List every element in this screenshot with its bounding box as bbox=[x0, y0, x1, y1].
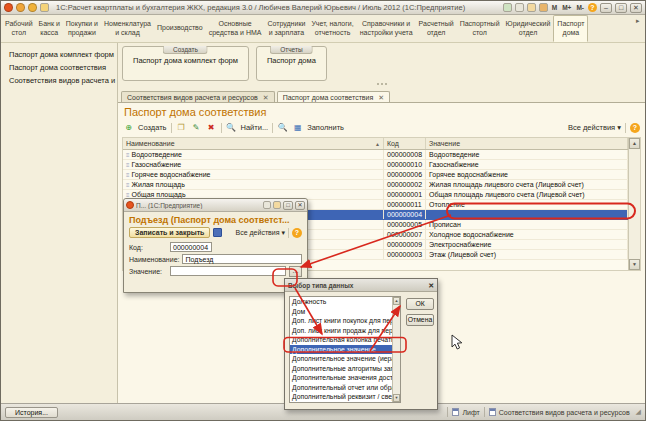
clear-search-icon[interactable]: 🔍 bbox=[277, 122, 288, 133]
section-tab[interactable]: Расчетный отдел bbox=[416, 15, 457, 42]
memory-mplus-button[interactable]: M+ bbox=[561, 4, 572, 11]
table-row[interactable]: ≡Водоотведение 000000008 Водоотведение bbox=[123, 150, 628, 160]
section-tab[interactable]: Производство bbox=[154, 15, 206, 42]
scroll-up-icon[interactable]: ▲ bbox=[393, 297, 400, 305]
section-tab[interactable]: Паспортный стол bbox=[457, 15, 503, 42]
memory-mminus-button[interactable]: M- bbox=[575, 4, 585, 11]
section-tab[interactable]: Покупки и продажи bbox=[63, 15, 101, 42]
refresh-icon[interactable] bbox=[503, 3, 512, 12]
sort-asc-icon: ▲ bbox=[375, 141, 380, 147]
type-list-scrollbar[interactable]: ▲ ▼ bbox=[392, 297, 400, 402]
tab-close-icon[interactable]: ✕ bbox=[263, 94, 269, 101]
table-row[interactable]: ≡Горячее водоснабжение 000000006 Горячее… bbox=[123, 170, 628, 180]
action-group-create: Создать Паспорт дома комплект форм bbox=[122, 46, 249, 81]
column-value[interactable]: Значение bbox=[426, 138, 628, 149]
section-tab[interactable]: Основные средства и НМА bbox=[206, 15, 265, 42]
maximize-button[interactable]: □ bbox=[615, 3, 627, 13]
tab-close-icon[interactable]: ✕ bbox=[378, 94, 384, 101]
report-passport-link[interactable]: Паспорт дома bbox=[267, 56, 316, 65]
section-tab[interactable]: Учет, налоги, отчетность bbox=[308, 15, 356, 42]
delete-icon[interactable]: ✖ bbox=[206, 122, 217, 133]
minimize-button[interactable]: – bbox=[600, 3, 612, 13]
app-window: 1С:Расчет квартплаты и бухгалтерия ЖКХ, … bbox=[0, 0, 646, 421]
calendar-icon[interactable] bbox=[527, 3, 536, 12]
resize-grip[interactable]: ◢ bbox=[636, 408, 641, 416]
help-icon[interactable]: ? bbox=[630, 123, 640, 133]
tab-correspondence-calc[interactable]: Соответствия видов расчета и ресурсов ✕ bbox=[121, 91, 275, 102]
choose-value-button[interactable]: ... bbox=[289, 266, 302, 277]
dialog-maximize-button[interactable]: □ bbox=[283, 201, 293, 210]
value-field[interactable] bbox=[170, 266, 286, 276]
section-tab[interactable]: Юридический отдел bbox=[503, 15, 554, 42]
type-list-item[interactable]: Доп. лист книги продаж для пер... bbox=[290, 326, 392, 336]
calculator-icon[interactable] bbox=[539, 3, 548, 12]
scroll-down-icon[interactable]: ▼ bbox=[393, 394, 400, 402]
clipboard-icon[interactable] bbox=[515, 3, 524, 12]
table-row[interactable]: ≡Жилая площадь 000000002 Жилая площадь л… bbox=[123, 180, 628, 190]
type-list-item[interactable]: Дополнительные алгоритмы запо... bbox=[290, 364, 392, 374]
dialog-tool-icon[interactable] bbox=[263, 201, 271, 209]
action-bar: Создать Паспорт дома комплект форм Отчет… bbox=[118, 43, 645, 81]
type-list-item[interactable]: Должность bbox=[290, 297, 392, 307]
section-tab[interactable]: Рабочий стол bbox=[2, 15, 36, 42]
popup-close-icon[interactable]: ✕ bbox=[428, 282, 434, 289]
code-field[interactable]: 000000004 bbox=[170, 242, 212, 252]
tab-passport-correspondence[interactable]: Паспорт дома соответствия ✕ bbox=[277, 91, 390, 102]
type-list-item[interactable]: Дополнительные значения доступа bbox=[290, 373, 392, 383]
dialog-all-actions-button[interactable]: Все действия ▾ bbox=[236, 229, 285, 237]
status-window-correspondence[interactable]: Соответствия видов расчета и ресурсов bbox=[489, 408, 630, 416]
status-window-lift[interactable]: Лифт bbox=[452, 408, 479, 416]
cancel-button[interactable]: Отмена bbox=[406, 314, 434, 326]
help-icon[interactable]: ? bbox=[292, 228, 302, 238]
section-tab[interactable]: Справочники и настройки учета bbox=[357, 15, 416, 42]
dialog-close-button[interactable]: ✕ bbox=[295, 201, 305, 210]
save-icon[interactable] bbox=[213, 228, 222, 237]
type-list-item[interactable]: Доп. лист книги покупок для пере... bbox=[290, 316, 392, 326]
scroll-down-icon[interactable]: ▼ bbox=[629, 259, 640, 270]
section-tab[interactable]: Банк и касса bbox=[36, 15, 63, 42]
table-row[interactable]: ≡Газоснабжение 000000010 Газоснабжение bbox=[123, 160, 628, 170]
type-list-item[interactable]: Дополнительное значение (иерар... bbox=[290, 354, 392, 364]
back-icon[interactable] bbox=[16, 3, 25, 12]
section-tab[interactable]: Паспорт дома bbox=[553, 15, 588, 42]
fill-button[interactable]: Заполнить bbox=[307, 123, 344, 132]
history-button[interactable]: История... bbox=[5, 407, 58, 418]
column-name: Наименование bbox=[126, 140, 175, 147]
save-close-button[interactable]: Записать и закрыть bbox=[129, 227, 210, 238]
close-button[interactable]: ✕ bbox=[630, 3, 642, 13]
nav-panel-item[interactable]: Соответствия видов расчета и ресурс... bbox=[1, 74, 117, 87]
column-code[interactable]: Код bbox=[384, 138, 426, 149]
nav-panel-item[interactable]: Паспорт дома соответствия bbox=[1, 61, 117, 74]
create-button[interactable]: Создать bbox=[138, 123, 167, 132]
memory-m-button[interactable]: M bbox=[551, 4, 558, 11]
all-actions-button[interactable]: Все действия ▾ bbox=[568, 123, 621, 132]
create-passport-forms-link[interactable]: Паспорт дома комплект форм bbox=[133, 56, 238, 65]
catalog-item-icon: ≡ bbox=[126, 152, 130, 158]
app-logo-icon bbox=[126, 201, 134, 209]
type-list-item[interactable]: Дополнительное значение bbox=[290, 345, 392, 355]
help-icon[interactable]: ? bbox=[588, 3, 597, 12]
type-list-item[interactable]: Дом bbox=[290, 307, 392, 317]
app-logo-icon[interactable] bbox=[4, 3, 13, 12]
find-button[interactable]: Найти... bbox=[241, 123, 269, 132]
dialog-tool-icon[interactable] bbox=[273, 201, 281, 209]
tab-overflow-arrow[interactable]: ▸ bbox=[636, 17, 644, 25]
section-tab[interactable]: Сотрудники и зарплата bbox=[264, 15, 308, 42]
name-field-row: Наименование: Подъезд bbox=[124, 253, 307, 265]
favorites-icon[interactable] bbox=[40, 3, 49, 12]
section-tab[interactable]: Номенклатура и склад bbox=[101, 15, 154, 42]
type-list-item[interactable]: Дополнительная колонка печатн... bbox=[290, 335, 392, 345]
type-list-item[interactable]: Дополнительный отчет или обраб... bbox=[290, 383, 392, 393]
dialog-button-row: Записать и закрыть Все действия ▾ ? bbox=[124, 226, 307, 241]
copy-icon[interactable]: ❐ bbox=[176, 122, 187, 133]
scroll-up-icon[interactable]: ▲ bbox=[629, 138, 640, 149]
table-scrollbar[interactable]: ▲ ▼ bbox=[628, 138, 640, 270]
type-list-item[interactable]: Дополнительный реквизит / свед... bbox=[290, 392, 392, 402]
name-field[interactable]: Подъезд bbox=[182, 254, 302, 264]
nav-panel-item[interactable]: Паспорт дома комплект форм bbox=[1, 48, 117, 61]
window-icon bbox=[452, 408, 459, 416]
edit-pencil-icon[interactable]: ✎ bbox=[191, 122, 202, 133]
ok-button[interactable]: ОК bbox=[406, 298, 434, 310]
action-group-reports: Отчеты Паспорт дома bbox=[256, 46, 327, 81]
forward-icon[interactable] bbox=[28, 3, 37, 12]
